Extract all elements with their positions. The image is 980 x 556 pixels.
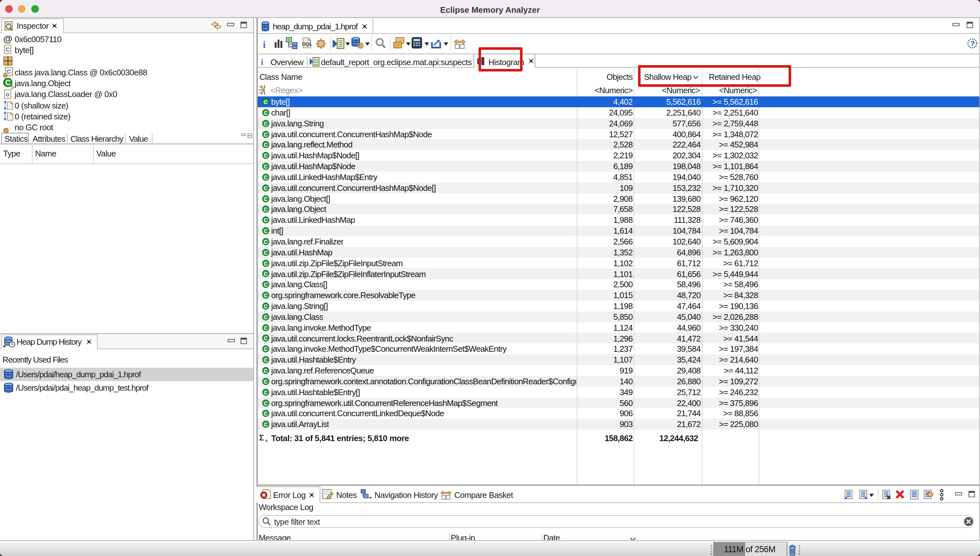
svg-text:o: o (6, 91, 10, 97)
svg-text:?: ? (970, 39, 975, 47)
svg-text:OQL: OQL (302, 41, 312, 47)
svg-text:C: C (6, 46, 10, 53)
svg-text:Σ: Σ (259, 433, 264, 442)
svg-text:C: C (7, 68, 11, 75)
svg-text:+: + (264, 438, 268, 443)
svg-text:C: C (5, 79, 11, 87)
svg-text:S: S (10, 84, 14, 89)
svg-text:i: i (263, 39, 266, 50)
svg-text:@: @ (3, 34, 13, 44)
svg-text:i: i (261, 57, 263, 66)
